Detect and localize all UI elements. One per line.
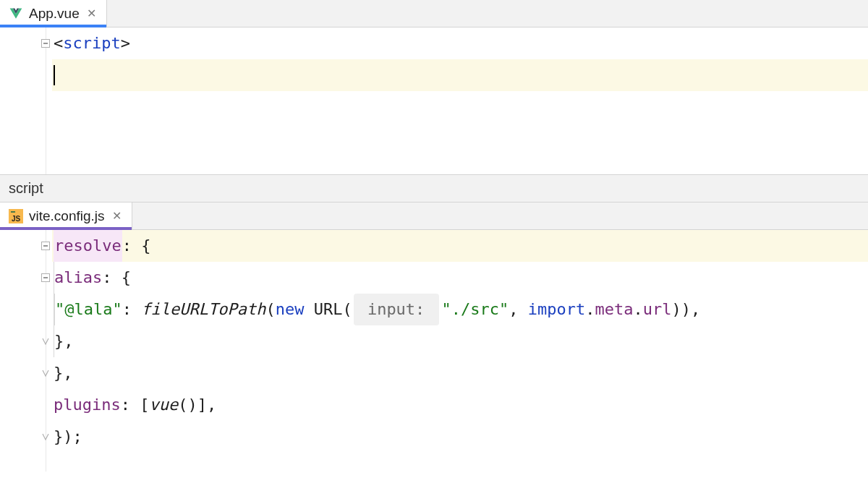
code-line[interactable]: },	[52, 325, 868, 357]
parameter-hint: input:	[354, 294, 439, 325]
breadcrumb-item[interactable]: script	[9, 180, 43, 197]
code-line[interactable]: },	[52, 357, 868, 389]
vue-file-icon	[9, 7, 23, 21]
code-area-top[interactable]: <script>	[52, 27, 868, 174]
fold-end-icon[interactable]	[41, 432, 51, 442]
close-icon[interactable]: ✕	[85, 7, 96, 20]
code-line[interactable]: alias: {	[52, 262, 868, 294]
tab-vite-config[interactable]: JS vite.config.js ✕	[0, 202, 132, 229]
svg-text:JS: JS	[12, 215, 21, 223]
close-icon[interactable]: ✕	[111, 209, 122, 223]
gutter-top	[0, 27, 52, 174]
code-line-active[interactable]	[52, 59, 868, 91]
editor-pane-bottom: JS vite.config.js ✕ resolve: { alias: { …	[0, 202, 868, 472]
tab-bar-bottom: JS vite.config.js ✕	[0, 202, 868, 230]
js-file-icon: JS	[9, 209, 23, 223]
fold-collapse-icon[interactable]	[41, 38, 51, 48]
editor-pane-top: App.vue ✕ <script> script	[0, 0, 868, 202]
fold-end-icon[interactable]	[41, 336, 51, 346]
tab-filename: vite.config.js	[29, 208, 105, 224]
code-line[interactable]: plugins: [vue()],	[52, 389, 868, 421]
code-line[interactable]: <script>	[52, 27, 868, 59]
editor-body-bottom[interactable]: resolve: { alias: { "@lala": fileURLToPa…	[0, 230, 868, 472]
text-cursor	[54, 65, 55, 85]
fold-collapse-icon[interactable]	[41, 241, 51, 251]
tab-bar-top: App.vue ✕	[0, 0, 868, 27]
code-line[interactable]: });	[52, 421, 868, 453]
code-line[interactable]: "@lala": fileURLToPath(new URL( input: "…	[52, 294, 868, 325]
gutter-bottom	[0, 230, 52, 472]
tab-filename: App.vue	[29, 6, 80, 22]
tab-app-vue[interactable]: App.vue ✕	[0, 0, 107, 27]
breadcrumb-bar[interactable]: script	[0, 174, 868, 202]
fold-collapse-icon[interactable]	[41, 273, 51, 283]
code-line[interactable]: resolve: {	[52, 230, 868, 262]
fold-end-icon[interactable]	[41, 368, 51, 378]
editor-body-top[interactable]: <script>	[0, 27, 868, 174]
code-area-bottom[interactable]: resolve: { alias: { "@lala": fileURLToPa…	[52, 230, 868, 472]
